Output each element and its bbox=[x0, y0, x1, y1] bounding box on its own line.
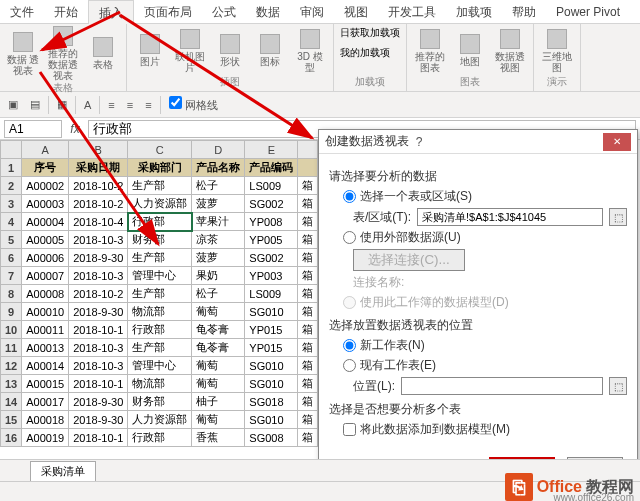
qb-icon[interactable]: ▤ bbox=[26, 98, 44, 111]
cell[interactable]: A00010 bbox=[22, 303, 69, 321]
table-button[interactable]: 表格 bbox=[86, 37, 120, 70]
cell[interactable]: 龟苓膏 bbox=[192, 339, 245, 357]
table-row[interactable]: 11A000132018-10-3生产部龟苓膏YP015箱 bbox=[1, 339, 318, 357]
table-row[interactable]: 9A000102018-9-30物流部葡萄SG010箱 bbox=[1, 303, 318, 321]
cell[interactable]: A00006 bbox=[22, 249, 69, 267]
cell[interactable]: 箱 bbox=[298, 393, 318, 411]
cell[interactable]: SG010 bbox=[245, 303, 298, 321]
cell[interactable]: SG010 bbox=[245, 357, 298, 375]
cell[interactable]: 生产部 bbox=[128, 285, 192, 303]
ribbon-tab-文件[interactable]: 文件 bbox=[0, 0, 44, 24]
header-cell[interactable]: 序号 bbox=[22, 159, 69, 177]
table-row[interactable]: 13A000152018-10-1物流部葡萄SG010箱 bbox=[1, 375, 318, 393]
pivottable-button[interactable]: 数据 透视表 bbox=[6, 32, 40, 76]
cell[interactable]: A00018 bbox=[22, 411, 69, 429]
row-header[interactable]: 14 bbox=[1, 393, 22, 411]
cell[interactable]: 2018-10-3 bbox=[69, 267, 128, 285]
cell[interactable]: 箱 bbox=[298, 267, 318, 285]
table-row[interactable]: 6A000062018-9-30生产部菠萝SG002箱 bbox=[1, 249, 318, 267]
ribbon-tab-页面布局[interactable]: 页面布局 bbox=[134, 0, 202, 24]
cell[interactable]: YP003 bbox=[245, 267, 298, 285]
header-cell[interactable]: 产品名称 bbox=[192, 159, 245, 177]
table-row[interactable]: 7A000072018-10-3管理中心果奶YP003箱 bbox=[1, 267, 318, 285]
cell[interactable]: 2018-10-1 bbox=[69, 375, 128, 393]
cell[interactable]: 2018-10-2 bbox=[69, 177, 128, 195]
ribbon-tab-开发工具[interactable]: 开发工具 bbox=[378, 0, 446, 24]
cell[interactable]: 葡萄 bbox=[192, 303, 245, 321]
cell[interactable]: 松子 bbox=[192, 177, 245, 195]
name-box[interactable] bbox=[4, 120, 62, 138]
cell[interactable]: 柚子 bbox=[192, 393, 245, 411]
ribbon-tab-公式[interactable]: 公式 bbox=[202, 0, 246, 24]
cell[interactable]: 箱 bbox=[298, 411, 318, 429]
table-row[interactable]: 4A000042018-10-4行政部苹果汁YP008箱 bbox=[1, 213, 318, 231]
cell[interactable]: 财务部 bbox=[128, 393, 192, 411]
ribbon-tab-开始[interactable]: 开始 bbox=[44, 0, 88, 24]
row-header[interactable]: 3 bbox=[1, 195, 22, 213]
checkbox-add-to-model[interactable]: 将此数据添加到数据模型(M) bbox=[343, 421, 627, 438]
cell[interactable]: LS009 bbox=[245, 177, 298, 195]
cell[interactable]: A00003 bbox=[22, 195, 69, 213]
ribbon-tab-帮助[interactable]: 帮助 bbox=[502, 0, 546, 24]
online-pictures-button[interactable]: 联机图片 bbox=[173, 29, 207, 73]
cell[interactable]: 生产部 bbox=[128, 339, 192, 357]
cell[interactable]: A00011 bbox=[22, 321, 69, 339]
cell[interactable]: A00019 bbox=[22, 429, 69, 447]
table-row[interactable]: 5A000052018-10-3财务部凉茶YP005箱 bbox=[1, 231, 318, 249]
col-header[interactable]: E bbox=[245, 141, 298, 159]
col-header[interactable]: C bbox=[128, 141, 192, 159]
header-cell[interactable]: 产品编码 bbox=[245, 159, 298, 177]
col-header[interactable]: D bbox=[192, 141, 245, 159]
cell[interactable]: YP015 bbox=[245, 321, 298, 339]
cell[interactable]: 葡萄 bbox=[192, 357, 245, 375]
cell[interactable]: LS009 bbox=[245, 285, 298, 303]
header-cell[interactable]: 采购日期 bbox=[69, 159, 128, 177]
qb-font[interactable]: A bbox=[80, 99, 95, 111]
cell[interactable]: 箱 bbox=[298, 357, 318, 375]
row-header[interactable]: 5 bbox=[1, 231, 22, 249]
range-picker-icon[interactable]: ⬚ bbox=[609, 208, 627, 226]
cell[interactable]: 2018-10-3 bbox=[69, 357, 128, 375]
cell[interactable]: 行政部 bbox=[128, 213, 192, 231]
cell[interactable]: 苹果汁 bbox=[192, 213, 245, 231]
row-header[interactable]: 10 bbox=[1, 321, 22, 339]
cell[interactable]: A00004 bbox=[22, 213, 69, 231]
qb-align[interactable]: ≡ bbox=[123, 99, 137, 111]
radio-select-range[interactable]: 选择一个表或区域(S) bbox=[343, 188, 627, 205]
cell[interactable]: 2018-10-2 bbox=[69, 195, 128, 213]
cell[interactable]: 箱 bbox=[298, 195, 318, 213]
table-row[interactable]: 8A000082018-10-2生产部松子LS009箱 bbox=[1, 285, 318, 303]
sheet-tab[interactable]: 采购清单 bbox=[30, 461, 96, 481]
ribbon-tab-加载项[interactable]: 加载项 bbox=[446, 0, 502, 24]
cell[interactable]: 葡萄 bbox=[192, 375, 245, 393]
cell[interactable]: 松子 bbox=[192, 285, 245, 303]
cell[interactable]: 箱 bbox=[298, 249, 318, 267]
my-addins-button[interactable]: 我的加载项 bbox=[340, 46, 390, 60]
cell[interactable]: 香蕉 bbox=[192, 429, 245, 447]
row-header[interactable]: 6 bbox=[1, 249, 22, 267]
col-header[interactable]: A bbox=[22, 141, 69, 159]
cell[interactable]: 物流部 bbox=[128, 375, 192, 393]
ribbon-tab-Power Pivot[interactable]: Power Pivot bbox=[546, 0, 630, 24]
cell[interactable]: 行政部 bbox=[128, 321, 192, 339]
ribbon-tab-审阅[interactable]: 审阅 bbox=[290, 0, 334, 24]
dialog-titlebar[interactable]: 创建数据透视表 ? ✕ bbox=[319, 130, 637, 154]
row-header[interactable]: 16 bbox=[1, 429, 22, 447]
ribbon-tab-插入[interactable]: 插入 bbox=[88, 0, 134, 24]
cell[interactable]: SG008 bbox=[245, 429, 298, 447]
pivotchart-button[interactable]: 数据透视图 bbox=[493, 29, 527, 73]
cell[interactable]: 2018-10-3 bbox=[69, 231, 128, 249]
cell[interactable]: 箱 bbox=[298, 231, 318, 249]
cell[interactable]: 凉茶 bbox=[192, 231, 245, 249]
table-row[interactable]: 14A000172018-9-30财务部柚子SG018箱 bbox=[1, 393, 318, 411]
icons-button[interactable]: 图标 bbox=[253, 34, 287, 67]
cell[interactable]: 管理中心 bbox=[128, 267, 192, 285]
cell[interactable]: A00013 bbox=[22, 339, 69, 357]
cell[interactable]: 箱 bbox=[298, 177, 318, 195]
cell[interactable]: 龟苓膏 bbox=[192, 321, 245, 339]
cell[interactable]: 箱 bbox=[298, 321, 318, 339]
cell[interactable]: 箱 bbox=[298, 303, 318, 321]
cell[interactable]: YP008 bbox=[245, 213, 298, 231]
cell[interactable]: 2018-10-4 bbox=[69, 213, 128, 231]
cell[interactable]: 2018-9-30 bbox=[69, 249, 128, 267]
